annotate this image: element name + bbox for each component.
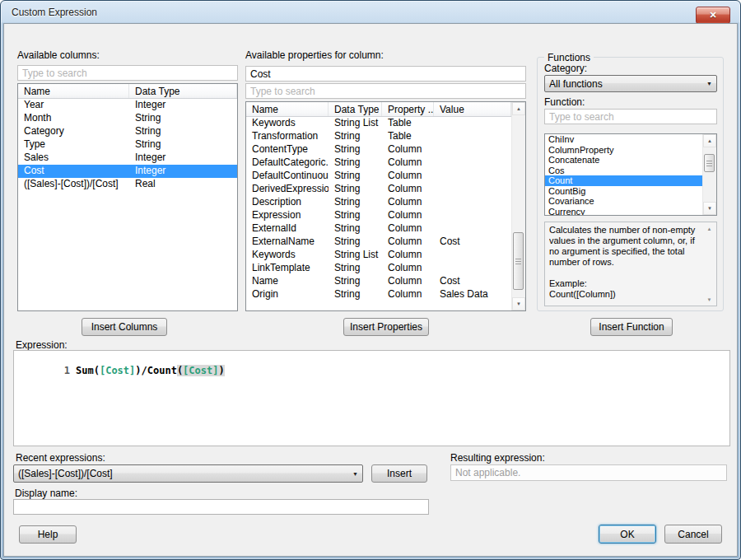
table-row[interactable]: Type String bbox=[18, 138, 237, 152]
cell-name: Keywords bbox=[246, 249, 329, 262]
cell-datatype: String List bbox=[329, 117, 382, 130]
scroll-down-icon[interactable]: ▼ bbox=[702, 293, 716, 306]
cell-property-class: Column bbox=[382, 262, 434, 275]
cell-datatype: String bbox=[329, 275, 382, 288]
cell-datatype: String bbox=[329, 236, 382, 249]
function-list-item[interactable]: Covariance bbox=[545, 196, 702, 207]
category-label: Category: bbox=[544, 63, 587, 74]
scroll-thumb-grip bbox=[515, 259, 521, 264]
cell-property-class: Column bbox=[382, 143, 434, 156]
expression-editor[interactable]: 1Sum([Cost])/Count([Cost]) bbox=[13, 350, 730, 446]
columns-table: Name Data Type Year Integer Month String… bbox=[17, 83, 238, 311]
table-row[interactable]: Category String bbox=[18, 125, 237, 138]
dialog-body: Available columns: Name Data Type Year I… bbox=[3, 23, 738, 557]
cell-name: Origin bbox=[246, 288, 329, 301]
function-list-item[interactable]: Currency bbox=[545, 207, 702, 217]
cell-name: Description bbox=[246, 196, 329, 209]
function-name: Count bbox=[548, 175, 572, 185]
available-columns-label: Available columns: bbox=[17, 49, 100, 61]
functions-group-label: Functions bbox=[544, 52, 594, 63]
insert-function-button[interactable]: Insert Function bbox=[590, 318, 673, 336]
properties-header-datatype[interactable]: Data Type bbox=[329, 102, 382, 116]
scroll-down-icon[interactable]: ▼ bbox=[703, 202, 716, 215]
cell-name: Name bbox=[246, 275, 329, 288]
table-row[interactable]: Year Integer bbox=[18, 99, 237, 112]
recent-expression-value: ([Sales]-[Cost])/[Cost] bbox=[18, 468, 349, 479]
table-row[interactable]: Month String bbox=[18, 112, 237, 125]
display-name-input[interactable] bbox=[13, 499, 429, 515]
table-row[interactable]: LinkTemplate String Column bbox=[246, 262, 525, 275]
table-row[interactable]: Sales Integer bbox=[18, 152, 237, 165]
cell-name: Sales bbox=[18, 152, 129, 165]
table-row[interactable]: Description String Column bbox=[246, 196, 525, 209]
table-row[interactable]: ExternalId String Column bbox=[246, 222, 525, 236]
close-button[interactable]: ✕ bbox=[696, 7, 730, 24]
function-list-scrollbar[interactable]: ▲ ▼ bbox=[702, 134, 716, 215]
custom-expression-dialog: Custom Expression ✕ Available columns: N… bbox=[0, 0, 741, 560]
category-dropdown[interactable]: All functions ▼ bbox=[544, 75, 717, 92]
scroll-up-icon[interactable]: ▲ bbox=[702, 222, 716, 235]
properties-table-header: Name Data Type Property ... Value bbox=[246, 102, 511, 117]
cancel-button[interactable]: Cancel bbox=[664, 525, 722, 544]
description-scrollbar[interactable]: ▲ ▼ bbox=[702, 222, 716, 306]
function-list-item[interactable]: Concatenate bbox=[545, 155, 702, 166]
scroll-up-icon[interactable]: ▲ bbox=[512, 102, 525, 115]
table-row[interactable]: DerivedExpression String Column bbox=[246, 183, 525, 196]
table-row[interactable]: ContentType String Column bbox=[246, 143, 525, 156]
function-name: CountBig bbox=[548, 186, 585, 196]
function-list-item[interactable]: CountBig bbox=[545, 186, 702, 197]
table-row[interactable]: Transformation String Table bbox=[246, 130, 525, 143]
titlebar[interactable]: Custom Expression bbox=[1, 1, 740, 24]
function-list-item[interactable]: ChiInv bbox=[545, 134, 702, 145]
properties-header-value[interactable]: Value bbox=[434, 102, 511, 116]
table-row[interactable]: DefaultContinuou... String Column bbox=[246, 170, 525, 183]
cell-name: Transformation bbox=[246, 130, 329, 143]
table-row[interactable]: ExternalName String Column Cost bbox=[246, 236, 525, 249]
table-row[interactable]: Origin String Column Sales Data bbox=[246, 288, 525, 301]
scroll-down-icon[interactable]: ▼ bbox=[512, 297, 525, 310]
table-row[interactable]: Keywords String List Table bbox=[246, 117, 525, 130]
table-row[interactable]: Name String Column Cost bbox=[246, 275, 525, 288]
cell-property-class: Column bbox=[382, 275, 434, 288]
help-button[interactable]: Help bbox=[19, 525, 77, 544]
cell-name: LinkTemplate bbox=[246, 262, 329, 275]
function-list-item[interactable]: Cos bbox=[545, 166, 702, 176]
cell-name: Type bbox=[18, 138, 129, 152]
cell-name: Cost bbox=[18, 165, 129, 178]
function-search-input[interactable] bbox=[544, 109, 717, 124]
ok-button[interactable]: OK bbox=[599, 525, 656, 544]
columns-header-datatype[interactable]: Data Type bbox=[129, 84, 237, 98]
scroll-up-icon[interactable]: ▲ bbox=[703, 134, 716, 147]
recent-expressions-label: Recent expressions: bbox=[16, 452, 105, 464]
table-row[interactable]: Keywords String List Column bbox=[246, 249, 525, 262]
insert-properties-button[interactable]: Insert Properties bbox=[343, 318, 429, 336]
table-row[interactable]: ([Sales]-[Cost])/[Cost] Real bbox=[18, 178, 237, 191]
properties-header-name[interactable]: Name bbox=[246, 102, 329, 116]
scroll-thumb[interactable] bbox=[704, 154, 715, 172]
recent-expressions-dropdown[interactable]: ([Sales]-[Cost])/[Cost] ▼ bbox=[13, 464, 363, 483]
window-title: Custom Expression bbox=[12, 7, 97, 18]
cell-property-class: Column bbox=[382, 156, 434, 170]
table-row[interactable]: Expression String Column bbox=[246, 209, 525, 222]
cell-property-class: Table bbox=[382, 130, 434, 143]
columns-search-input[interactable] bbox=[17, 65, 238, 81]
cell-name: DerivedExpression bbox=[246, 183, 329, 196]
columns-header-name[interactable]: Name bbox=[18, 84, 129, 98]
cell-name: DefaultCategoric... bbox=[246, 156, 329, 170]
table-row[interactable]: DefaultCategoric... String Column bbox=[246, 156, 525, 170]
columns-table-header: Name Data Type bbox=[18, 84, 237, 99]
properties-header-propertyclass[interactable]: Property ... bbox=[382, 102, 434, 116]
function-list-item[interactable]: Count bbox=[545, 175, 702, 186]
columns-rows: Year Integer Month String Category Strin… bbox=[18, 99, 237, 191]
properties-scrollbar[interactable]: ▲ ▼ bbox=[511, 102, 525, 310]
insert-columns-button[interactable]: Insert Columns bbox=[82, 318, 167, 336]
function-list-item[interactable]: ColumnProperty bbox=[545, 145, 702, 156]
cell-name: ContentType bbox=[246, 143, 329, 156]
category-selected-value: All functions bbox=[549, 78, 703, 90]
properties-search-input[interactable] bbox=[245, 83, 526, 99]
cell-datatype: String bbox=[329, 222, 382, 236]
table-row[interactable]: Cost Integer bbox=[18, 165, 237, 178]
insert-recent-button[interactable]: Insert bbox=[371, 464, 427, 483]
scroll-thumb[interactable] bbox=[513, 232, 524, 290]
cell-property-class: Column bbox=[382, 196, 434, 209]
